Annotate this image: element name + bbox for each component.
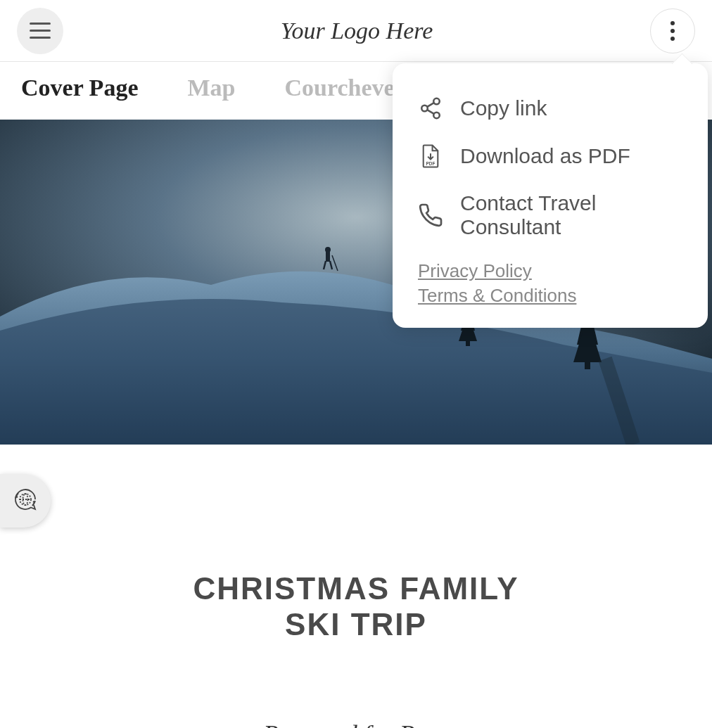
kebab-icon (670, 21, 675, 41)
svg-rect-9 (326, 252, 330, 262)
menu-item-label: Download as PDF (460, 144, 630, 168)
dropdown-menu: Copy link PDF Download as PDF Contact Tr… (393, 63, 708, 328)
dropdown-links: Privacy Policy Terms & Conditions (418, 256, 682, 308)
svg-text:PDF: PDF (426, 161, 436, 166)
menu-item-label: Copy link (460, 96, 547, 120)
title-line-1: CHRISTMAS FAMILY (193, 571, 519, 606)
header: Your Logo Here (0, 0, 712, 62)
menu-item-copy-link[interactable]: Copy link (418, 84, 682, 132)
tab-map[interactable]: Map (187, 75, 235, 101)
svg-point-2 (433, 113, 440, 119)
content-area: CHRISTMAS FAMILY SKI TRIP Prepared for R… (0, 445, 712, 728)
link-terms-conditions[interactable]: Terms & Conditions (418, 283, 682, 308)
more-options-button[interactable] (650, 8, 695, 53)
menu-item-download-pdf[interactable]: PDF Download as PDF (418, 132, 682, 180)
share-icon (418, 96, 443, 121)
svg-line-3 (427, 110, 434, 114)
phone-icon (418, 203, 443, 228)
menu-item-contact-consultant[interactable]: Contact Travel Consultant (418, 180, 682, 250)
tab-cover-page[interactable]: Cover Page (21, 75, 138, 101)
svg-point-0 (433, 98, 440, 105)
svg-point-8 (325, 247, 331, 253)
link-privacy-policy[interactable]: Privacy Policy (418, 259, 682, 283)
hamburger-icon (30, 23, 51, 39)
page-subtitle: Prepared for Rory (0, 720, 712, 728)
svg-rect-13 (466, 338, 470, 346)
pdf-icon: PDF (418, 143, 443, 169)
menu-item-label: Contact Travel Consultant (460, 191, 682, 239)
tab-courchevel[interactable]: Courchevel (284, 75, 401, 101)
svg-rect-14 (585, 359, 590, 369)
svg-point-1 (421, 106, 428, 112)
globe-chat-icon (11, 487, 39, 515)
logo: Your Logo Here (281, 18, 433, 44)
page-title: CHRISTMAS FAMILY SKI TRIP (0, 571, 712, 642)
svg-line-4 (427, 103, 434, 107)
title-line-2: SKI TRIP (285, 607, 427, 641)
hamburger-menu-button[interactable] (17, 8, 63, 54)
